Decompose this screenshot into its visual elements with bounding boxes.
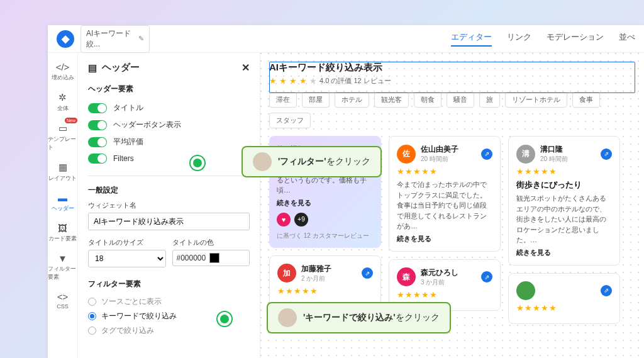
highlight-dot: [218, 312, 231, 326]
chip[interactable]: 観光客: [374, 92, 409, 108]
section-elements: ヘッダー要素: [88, 84, 250, 94]
tab-link[interactable]: リンク: [507, 31, 531, 47]
star-icon: ★: [269, 77, 277, 85]
panel-title: ヘッダー: [102, 62, 140, 74]
toggle-filters: Filters: [88, 150, 250, 167]
review-time: 20 時間前: [540, 155, 568, 164]
rail-header[interactable]: ▬ヘッダー: [48, 190, 77, 215]
link-icon[interactable]: ⇗: [601, 148, 612, 160]
divider: [88, 176, 250, 176]
image-icon: 🖼: [58, 223, 67, 233]
chip[interactable]: スタッフ: [269, 113, 311, 128]
tab-sort[interactable]: 並べ: [619, 31, 635, 47]
rail-embed[interactable]: </>埋め込み: [48, 59, 77, 84]
tab-moderation[interactable]: モデレーション: [547, 31, 604, 47]
left-rail: </>埋め込み ✲全体 New▭テンプレート ▦レイアウト ▬ヘッダー 🖼カード…: [48, 53, 78, 358]
link-icon[interactable]: ⇗: [481, 148, 492, 160]
chip[interactable]: 朝食: [414, 92, 441, 108]
avatar-icon: [278, 308, 297, 327]
link-icon[interactable]: ⇗: [362, 267, 373, 279]
new-badge: New: [65, 118, 77, 123]
rail-css[interactable]: <>CSS: [48, 289, 77, 312]
template-icon: ▭: [58, 123, 67, 134]
toggle-title: タイトル: [88, 99, 250, 116]
close-icon[interactable]: ✕: [242, 62, 250, 74]
highlight-dot: [191, 156, 204, 170]
css-icon: <>: [57, 291, 69, 302]
link-icon[interactable]: ⇗: [481, 271, 492, 282]
chip[interactable]: 滞在: [269, 92, 297, 108]
reviewer-name: 佐山由美子: [421, 144, 458, 155]
window-icon: ▤: [88, 62, 97, 74]
widget-title-input[interactable]: AIキーワード絞... ✎: [80, 25, 150, 53]
rating-line: ★★★★★ 4.0 の評価 12 レビュー: [269, 76, 635, 86]
tab-editor[interactable]: エディター: [451, 31, 492, 47]
toggle-header-button: ヘッダーボタン表示: [88, 116, 250, 133]
rail-all[interactable]: ✲全体: [48, 89, 77, 115]
app-logo-icon: ◆: [57, 30, 74, 48]
chip[interactable]: リゾートホテル: [505, 92, 567, 108]
link-icon[interactable]: ⇗: [601, 285, 612, 296]
chip[interactable]: ホテル: [335, 92, 369, 108]
widget-name-input[interactable]: [88, 213, 250, 230]
rail-filter[interactable]: ▼フィルター要素: [48, 250, 77, 284]
code-icon: </>: [56, 62, 70, 72]
reactions: ♥ +9: [277, 213, 374, 227]
chip[interactable]: 旅: [479, 92, 500, 108]
sparkle-icon: ✲: [58, 92, 67, 103]
read-more[interactable]: 続きを見る: [277, 198, 374, 208]
review-card: 溝溝口隆20 時間前⇗ ★★★★★ 街歩きにぴったり 観光スポットがたくさんある…: [508, 136, 620, 266]
review-text: 観光スポットがたくさんあるエリアの中のホテルなので、街歩きをしたい人には最高のロ…: [516, 193, 612, 245]
topbar: ◆ AIキーワード絞... ✎ エディター リンク モデレーション 並べ: [48, 25, 644, 53]
star-icon: ★: [299, 77, 307, 85]
color-swatch: [209, 253, 219, 263]
toggle-switch[interactable]: [88, 103, 107, 113]
title-input-text: AIキーワード絞...: [86, 28, 135, 50]
avatar: [516, 281, 535, 300]
title-color-input[interactable]: #000000: [172, 250, 250, 266]
review-text: 今まで泊まったホテルの中でトップクラスに満足でした。 食事は当日予約でも同じ値段…: [397, 179, 492, 232]
section-filter: フィルター要素: [88, 279, 250, 289]
avatar: 森: [397, 267, 416, 286]
rail-template[interactable]: New▭テンプレート: [48, 120, 77, 154]
review-time: 3 か月前: [421, 278, 458, 287]
avatar-icon: [253, 152, 272, 171]
heart-icon[interactable]: ♥: [277, 213, 291, 227]
avatar: 溝: [516, 145, 535, 164]
title-color-label: タイトルの色: [172, 238, 250, 247]
filter-chips: 滞在 部屋 ホテル 観光客 朝食 騒音 旅 リゾートホテル 食事 スタッフ: [269, 92, 635, 128]
title-size-label: タイトルのサイズ: [88, 238, 166, 247]
top-tabs: エディター リンク モデレーション 並べ: [451, 31, 635, 47]
rail-layout[interactable]: ▦レイアウト: [48, 159, 77, 185]
read-more[interactable]: 続きを見る: [397, 234, 492, 243]
radio-icon: [88, 327, 96, 335]
based-on: に基づく 12 カスタマーレビュー: [277, 232, 374, 240]
radio-icon: [88, 298, 96, 306]
layout-icon: ▦: [58, 162, 67, 173]
avatar: 佐: [397, 145, 416, 164]
star-icon: ★: [309, 77, 317, 85]
reviewer-name: 溝口隆: [540, 144, 568, 155]
review-card: 加加藤雅子2 か月前⇗ ★★★★★: [269, 255, 381, 307]
rating-text: 4.0 の評価 12 レビュー: [319, 76, 391, 86]
read-more[interactable]: 続きを見る: [516, 248, 612, 257]
avatar: 加: [277, 264, 296, 282]
toggle-rating: 平均評価: [88, 133, 250, 150]
rail-card[interactable]: 🖼カード要素: [48, 220, 77, 245]
radio-source[interactable]: ソースごとに表示: [88, 294, 250, 309]
chip[interactable]: 部屋: [302, 92, 330, 108]
more-badge[interactable]: +9: [294, 213, 308, 227]
review-title: 街歩きにぴったり: [516, 179, 612, 191]
chip[interactable]: 食事: [572, 92, 600, 108]
radio-icon: [88, 312, 96, 320]
reviewer-name: 加藤雅子: [301, 264, 331, 274]
panel-header: ▤ ヘッダー ✕: [88, 62, 250, 74]
toggle-switch[interactable]: [88, 154, 107, 164]
chip[interactable]: 騒音: [447, 92, 474, 108]
title-size-select[interactable]: 18: [88, 250, 166, 267]
toggle-switch[interactable]: [88, 137, 107, 147]
preview-title: AIキーワード絞り込み表示: [269, 62, 635, 74]
star-icon: ★: [289, 77, 297, 85]
toggle-switch[interactable]: [88, 120, 107, 130]
star-icon: ★: [279, 77, 287, 85]
